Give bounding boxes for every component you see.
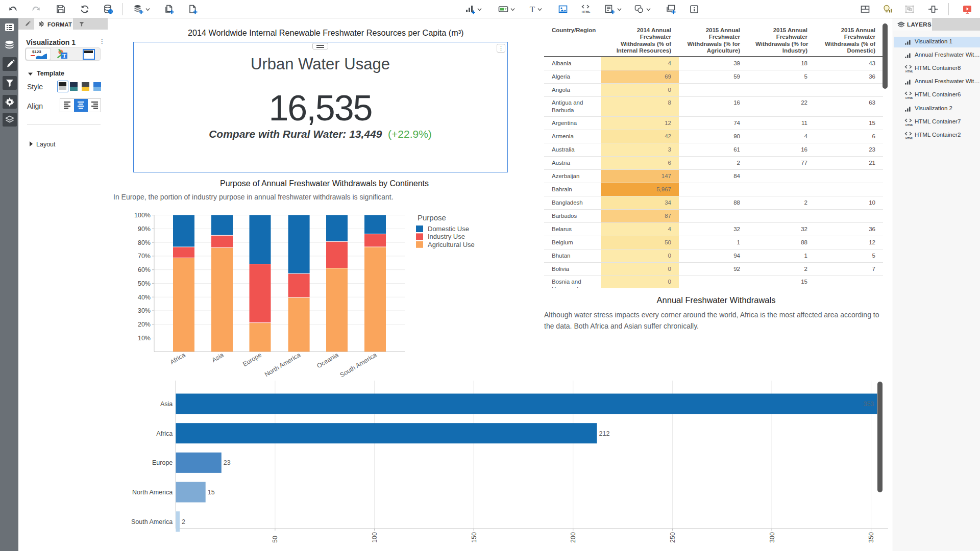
svg-text:Purpose: Purpose [418,213,446,222]
svg-text:South America: South America [131,518,173,525]
svg-text:Europe: Europe [241,352,263,368]
svg-text:20%: 20% [138,321,151,328]
svg-text:Asia: Asia [210,352,225,364]
svg-text:HTML: HTML [905,137,913,140]
svg-text:Africa: Africa [169,352,187,366]
svg-text:HTML: HTML [905,96,913,99]
svg-text:70%: 70% [138,253,151,260]
svg-text:350: 350 [868,532,875,543]
svg-text:150: 150 [471,532,478,543]
svg-text:Africa: Africa [156,430,173,437]
svg-text:80%: 80% [138,239,151,246]
svg-text:200: 200 [570,532,577,543]
svg-text:50: 50 [272,536,279,543]
svg-text:40%: 40% [138,294,151,301]
svg-text:15: 15 [208,489,215,496]
svg-text:250: 250 [669,532,676,543]
svg-text:50%: 50% [138,280,151,287]
svg-text:30%: 30% [138,307,151,314]
svg-text:North America: North America [132,489,173,496]
svg-text:South America: South America [339,352,378,379]
svg-text:T: T [62,53,66,59]
svg-text:HTML: HTML [905,123,913,127]
svg-text:100: 100 [371,532,378,543]
svg-text:Industry Use: Industry Use [428,233,465,240]
svg-text:Asia: Asia [160,400,173,408]
svg-text:North America: North America [263,352,302,379]
svg-text:HTML: HTML [905,70,913,73]
svg-text:353: 353 [863,400,874,408]
svg-text:60%: 60% [138,266,151,273]
svg-text:300: 300 [769,532,776,543]
svg-text:Oceania: Oceania [315,352,339,370]
svg-text:HTML: HTML [582,10,591,13]
svg-text:Agricultural Use: Agricultural Use [428,241,475,248]
svg-text:T: T [530,5,535,14]
svg-text:23: 23 [224,459,231,466]
svg-text:Domestic Use: Domestic Use [428,225,469,233]
svg-text:2: 2 [182,518,185,525]
svg-text:10%: 10% [138,335,151,342]
svg-text:212: 212 [599,430,610,437]
svg-text:Europe: Europe [152,459,173,466]
svg-text:90%: 90% [138,226,151,233]
svg-text:100%: 100% [134,212,151,219]
